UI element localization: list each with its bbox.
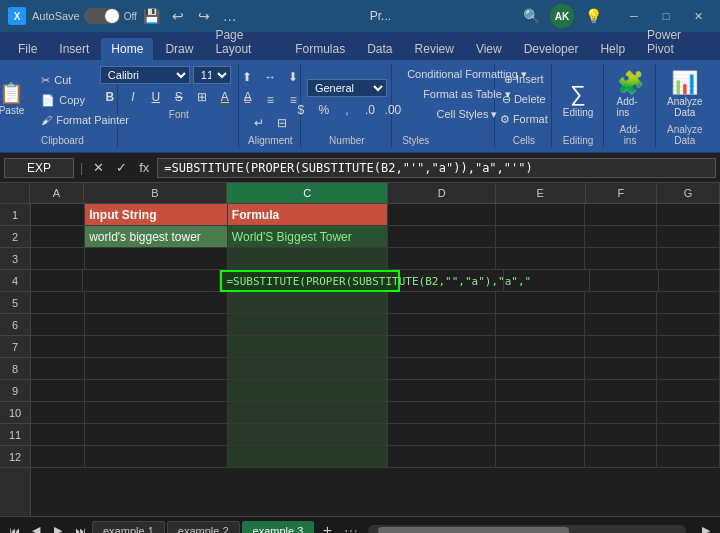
- align-left-button[interactable]: ≡: [237, 90, 257, 110]
- format-cells-button[interactable]: ⚙ Format: [495, 111, 553, 128]
- nav-first-sheet[interactable]: ⏮: [4, 521, 24, 534]
- cell-f5[interactable]: [585, 292, 657, 314]
- cell-g3[interactable]: [657, 248, 720, 270]
- tab-developer[interactable]: Developer: [514, 38, 589, 60]
- cell-d1[interactable]: [388, 204, 495, 226]
- col-header-g[interactable]: G: [657, 183, 720, 203]
- cell-c2[interactable]: World'S Biggest Tower: [228, 226, 388, 248]
- cell-c6[interactable]: [228, 314, 388, 336]
- paste-button[interactable]: 📋 Paste: [0, 79, 32, 120]
- save-button[interactable]: 💾: [141, 5, 163, 27]
- cell-a3[interactable]: [31, 248, 85, 270]
- col-header-f[interactable]: F: [586, 183, 658, 203]
- italic-button[interactable]: I: [123, 87, 143, 107]
- border-button[interactable]: ⊞: [192, 87, 212, 107]
- horizontal-scrollbar[interactable]: [368, 525, 686, 534]
- row-header-11[interactable]: 11: [0, 424, 30, 446]
- cell-a2[interactable]: [31, 226, 85, 248]
- cell-e3[interactable]: [496, 248, 586, 270]
- row-header-10[interactable]: 10: [0, 402, 30, 424]
- insert-function-button[interactable]: fx: [135, 158, 153, 177]
- cell-e1[interactable]: [496, 204, 586, 226]
- nav-last-sheet[interactable]: ⏭: [70, 521, 90, 534]
- cell-b6[interactable]: [85, 314, 228, 336]
- row-header-12[interactable]: 12: [0, 446, 30, 468]
- cell-d5[interactable]: [388, 292, 495, 314]
- nav-prev-sheet[interactable]: ◀: [26, 521, 46, 534]
- minimize-button[interactable]: ─: [620, 6, 648, 26]
- tab-draw[interactable]: Draw: [155, 38, 203, 60]
- row-header-3[interactable]: 3: [0, 248, 30, 270]
- editing-button[interactable]: ∑ Editing: [555, 77, 602, 122]
- name-box[interactable]: [4, 158, 74, 178]
- cancel-formula-button[interactable]: ✕: [89, 158, 108, 177]
- comma-button[interactable]: ,: [337, 100, 357, 120]
- cell-f1[interactable]: [585, 204, 657, 226]
- cell-f2[interactable]: [585, 226, 657, 248]
- close-button[interactable]: ✕: [684, 6, 712, 26]
- insert-cells-button[interactable]: ⊕ Insert: [499, 71, 549, 88]
- align-top-button[interactable]: ⬆: [237, 67, 257, 87]
- row-header-8[interactable]: 8: [0, 358, 30, 380]
- cell-a4[interactable]: [31, 270, 83, 292]
- tab-formulas[interactable]: Formulas: [285, 38, 355, 60]
- cell-c5[interactable]: [228, 292, 388, 314]
- cell-d2[interactable]: [388, 226, 495, 248]
- cell-d3[interactable]: [388, 248, 495, 270]
- bold-button[interactable]: B: [100, 87, 120, 107]
- row-header-7[interactable]: 7: [0, 336, 30, 358]
- currency-button[interactable]: $: [291, 100, 311, 120]
- align-center-button[interactable]: ≡: [260, 90, 280, 110]
- cell-c4-active[interactable]: =SUBSTITUTE(PROPER(SUBSTITUTE(B2,"","a")…: [220, 270, 400, 292]
- font-size-select[interactable]: 11: [193, 66, 231, 84]
- cell-c1[interactable]: Formula: [228, 204, 388, 226]
- tab-options-button[interactable]: ⋯: [344, 523, 358, 534]
- cell-f3[interactable]: [585, 248, 657, 270]
- tab-view[interactable]: View: [466, 38, 512, 60]
- cell-a5[interactable]: [31, 292, 85, 314]
- cell-g2[interactable]: [657, 226, 720, 248]
- underline-button[interactable]: U: [146, 87, 166, 107]
- wrap-text-button[interactable]: ↵: [249, 113, 269, 133]
- tab-insert[interactable]: Insert: [49, 38, 99, 60]
- strikethrough-button[interactable]: S: [169, 87, 189, 107]
- merge-button[interactable]: ⊟: [272, 113, 292, 133]
- cell-e2[interactable]: [496, 226, 586, 248]
- tab-data[interactable]: Data: [357, 38, 402, 60]
- cell-b5[interactable]: [85, 292, 228, 314]
- search-button[interactable]: 🔍: [520, 5, 542, 27]
- cell-g4[interactable]: [659, 270, 720, 292]
- cell-a1[interactable]: [31, 204, 85, 226]
- fill-color-button[interactable]: A: [215, 87, 235, 107]
- col-header-c[interactable]: C: [227, 183, 388, 203]
- sheet-tab-example3[interactable]: example 3: [242, 521, 315, 533]
- undo-button[interactable]: ↩: [167, 5, 189, 27]
- row-header-5[interactable]: 5: [0, 292, 30, 314]
- cell-g1[interactable]: [657, 204, 720, 226]
- cell-b2[interactable]: world's biggest tower: [85, 226, 228, 248]
- add-sheet-button[interactable]: +: [316, 520, 338, 534]
- tab-home[interactable]: Home: [101, 38, 153, 60]
- col-header-a[interactable]: A: [30, 183, 84, 203]
- scroll-right-button[interactable]: ▶: [696, 521, 716, 534]
- sheet-tab-example1[interactable]: example 1: [92, 521, 165, 533]
- addins-button[interactable]: 🧩 Add-ins: [609, 66, 652, 122]
- tab-file[interactable]: File: [8, 38, 47, 60]
- font-name-select[interactable]: Calibri: [100, 66, 190, 84]
- cell-b3[interactable]: [85, 248, 228, 270]
- increase-decimal-button[interactable]: .0: [360, 100, 380, 120]
- nav-next-sheet[interactable]: ▶: [48, 521, 68, 534]
- cell-g5[interactable]: [657, 292, 720, 314]
- confirm-formula-button[interactable]: ✓: [112, 158, 131, 177]
- cell-styles-button[interactable]: Cell Styles ▾: [431, 106, 502, 123]
- formula-input[interactable]: [157, 158, 716, 178]
- align-middle-button[interactable]: ↔: [260, 67, 280, 87]
- maximize-button[interactable]: □: [652, 6, 680, 26]
- sheet-tab-example2[interactable]: example 2: [167, 521, 240, 533]
- row-header-1[interactable]: 1: [0, 204, 30, 226]
- cell-a6[interactable]: [31, 314, 85, 336]
- row-header-4[interactable]: 4: [0, 270, 30, 292]
- col-header-e[interactable]: E: [496, 183, 586, 203]
- percent-button[interactable]: %: [314, 100, 334, 120]
- cell-b1[interactable]: Input String: [85, 204, 228, 226]
